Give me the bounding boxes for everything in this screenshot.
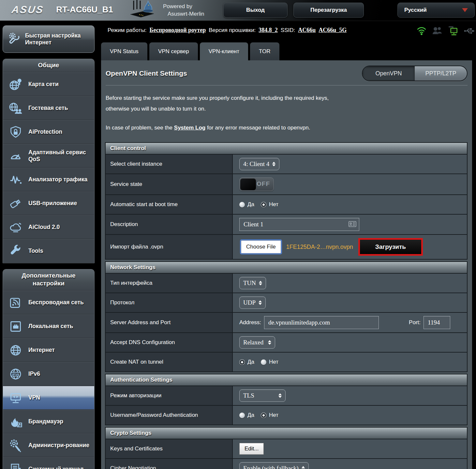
sidebar-item-aicloud[interactable]: AiCloud 2.0 — [3, 215, 94, 239]
nat-no-radio[interactable] — [261, 359, 266, 365]
cipher-negotiation-select[interactable]: Enable (with fallback) — [239, 462, 309, 469]
userpass-yes-label: Да — [247, 412, 254, 418]
autostart-label: Automatic start at boot time — [106, 195, 232, 214]
logout-button[interactable]: Выход — [223, 3, 288, 18]
openvpn-toggle-button[interactable]: OpenVPN — [363, 66, 415, 81]
firewall-flame-icon — [6, 415, 25, 429]
service-state-toggle[interactable]: OFF — [239, 177, 274, 191]
sidebar-item-traffic-analyzer[interactable]: Анализатор трафика — [3, 168, 94, 191]
sidebar-item-system-log[interactable]: Системный журнал — [3, 457, 94, 469]
userpass-yes-radio[interactable] — [239, 413, 245, 418]
sidebar-item-guest-network[interactable]: Гостевая сеть — [3, 96, 94, 120]
auth-mode-select[interactable]: TLS — [239, 389, 286, 402]
pptp-l2tp-toggle-button[interactable]: PPTP/L2TP — [415, 66, 467, 81]
autostart-no-radio[interactable] — [261, 202, 266, 207]
router-merlin-illustration — [126, 0, 159, 22]
table-row: Режим авторизации TLS — [106, 386, 467, 405]
firmware-link[interactable]: 384.8_2 — [259, 27, 278, 34]
userpass-no-label: Нет — [269, 412, 278, 418]
protocol-select[interactable]: UDP — [239, 296, 266, 309]
sidebar-item-wireless[interactable]: Беспроводная сеть — [3, 291, 94, 314]
usb-stick-icon — [6, 197, 25, 210]
sidebar-item-network-map[interactable]: Карта сети — [3, 72, 94, 96]
quick-setup-icon — [6, 32, 21, 46]
sidebar: Быстрая настройка Интернет Общие Карта с… — [3, 25, 95, 469]
vpn-tabbar: VPN Status VPN сервер VPN-клиент TOR — [101, 42, 279, 60]
create-nat-label: Create NAT on tunnel — [106, 353, 232, 371]
table-row: Service state OFF — [106, 174, 467, 194]
sidebar-item-vpn[interactable]: VPN — [3, 386, 94, 410]
tab-tor[interactable]: TOR — [250, 42, 279, 60]
usb-status-icon[interactable] — [463, 25, 475, 36]
autostart-yes-label: Да — [247, 201, 254, 208]
ssid-5g-link[interactable]: AC66u_5G — [319, 27, 347, 34]
selected-filename: 1FE125DA-2…nvpn.ovpn — [286, 244, 353, 250]
edit-keys-button[interactable]: Edit... — [239, 443, 264, 455]
server-address-label: Server Address and Port — [106, 313, 232, 332]
toggle-knob — [240, 178, 256, 190]
clients-icon[interactable] — [431, 25, 443, 36]
sidebar-quick-setup-button[interactable]: Быстрая настройка Интернет — [3, 25, 95, 53]
interface-type-select[interactable]: TUN — [239, 277, 266, 289]
upload-button[interactable]: Загрузить — [358, 238, 423, 256]
log-document-icon — [6, 462, 25, 469]
ipv6-icon — [6, 367, 25, 381]
server-port-input[interactable] — [424, 316, 450, 329]
port-label: Port: — [409, 319, 421, 326]
tab-vpn-client[interactable]: VPN-клиент — [200, 42, 248, 60]
crypto-settings-header: Crypto Settings — [106, 428, 467, 439]
ssid-24-link[interactable]: AC66u — [298, 27, 316, 34]
description-input[interactable] — [239, 218, 359, 231]
sidebar-item-usb-application[interactable]: USB-приложение — [3, 191, 94, 215]
reboot-button[interactable]: Перезагрузка — [293, 3, 364, 18]
auth-mode-label: Режим авторизации — [106, 386, 232, 405]
main-panel: OpenVPN Client Settings OpenVPN PPTP/L2T… — [101, 60, 472, 469]
select-arrows-icon — [302, 466, 305, 469]
traffic-pulse-icon — [6, 173, 25, 186]
sidebar-item-wan[interactable]: Интернет — [3, 338, 94, 362]
network-map-icon — [6, 78, 25, 91]
service-state-label: Service state — [106, 174, 232, 194]
userpass-no-radio[interactable] — [261, 413, 266, 418]
wired-client-icon[interactable] — [447, 25, 459, 36]
sidebar-item-aiprotection[interactable]: AiProtection — [3, 120, 94, 144]
table-row: Automatic start at boot time Да Нет — [106, 194, 467, 214]
autostart-no-label: Нет — [269, 201, 278, 208]
tab-vpn-server[interactable]: VPN сервер — [149, 42, 198, 60]
client-control-table: Client control Select client instance 4:… — [105, 142, 468, 260]
sidebar-item-tools[interactable]: Tools — [3, 239, 94, 263]
language-dropdown[interactable]: Русский — [397, 3, 475, 18]
ssid-label: SSID: — [281, 27, 295, 34]
mode-link[interactable]: Беспроводной роутер — [150, 27, 206, 34]
choose-file-button[interactable]: Choose File — [241, 240, 281, 253]
address-label: Address: — [239, 319, 261, 326]
language-label: Русский — [404, 7, 427, 13]
authentication-settings-table: Authentication Settings Режим авторизаци… — [105, 374, 468, 425]
table-row: Импорт файла .ovpn Choose File 1FE125DA-… — [106, 234, 467, 259]
problem-text: In case of problem, see the System Log f… — [106, 125, 468, 131]
wifi-status-icon[interactable] — [416, 25, 427, 36]
mode-label: Режим работы: — [108, 27, 147, 34]
client-control-header: Client control — [106, 143, 467, 154]
system-log-link[interactable]: System Log — [174, 125, 205, 131]
contact-card-icon — [349, 221, 356, 227]
sidebar-item-administration[interactable]: Администри-рование — [3, 433, 94, 457]
server-address-input[interactable] — [264, 316, 379, 329]
table-row: Username/Password Authentication Да Нет — [106, 405, 467, 425]
client-instance-select[interactable]: 4: Client 4 — [239, 158, 279, 170]
intro-text: Before starting the service make sure yo… — [106, 93, 468, 114]
accept-dns-select[interactable]: Relaxed — [239, 336, 275, 349]
sidebar-item-firewall[interactable]: Брандмауэр — [3, 410, 94, 433]
nat-yes-radio[interactable] — [239, 359, 245, 365]
network-settings-table: Network Settings Тип интерфейса TUN Прот… — [105, 261, 468, 372]
page-title: OpenVPN Client Settings — [106, 69, 187, 77]
autostart-yes-radio[interactable] — [239, 202, 245, 207]
tab-vpn-status[interactable]: VPN Status — [101, 42, 147, 60]
sidebar-item-lan[interactable]: Локальная сеть — [3, 314, 94, 338]
vpn-type-toggle: OpenVPN PPTP/L2TP — [362, 66, 468, 81]
asus-logo: ASUS — [11, 4, 44, 16]
sidebar-item-ipv6[interactable]: IPv6 — [3, 362, 94, 386]
title-divider — [106, 85, 468, 85]
sidebar-item-qos[interactable]: Адаптивный сервис QoS — [3, 144, 94, 168]
select-arrows-icon — [259, 281, 262, 285]
